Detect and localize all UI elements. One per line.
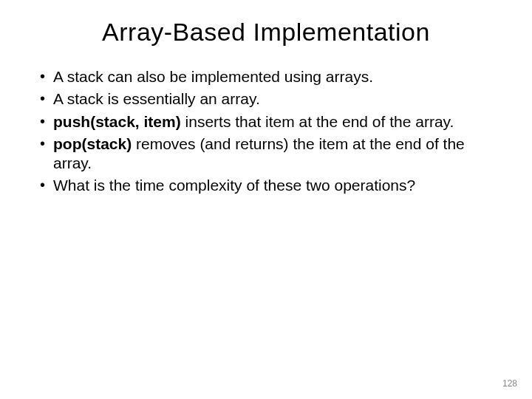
bullet-item: pop(stack) removes (and returns) the ite…	[37, 134, 495, 174]
bullet-text: What is the time complexity of these two…	[53, 177, 415, 194]
bullet-item: A stack is essentially an array.	[37, 89, 495, 109]
bullet-item: push(stack, item) inserts that item at t…	[37, 112, 495, 132]
bullet-bold: push(stack, item)	[53, 113, 181, 130]
bullet-text: A stack is essentially an array.	[53, 90, 260, 107]
bullet-item: What is the time complexity of these two…	[37, 176, 495, 195]
bullet-item: A stack can also be implemented using ar…	[37, 67, 495, 86]
bullet-text: A stack can also be implemented using ar…	[53, 68, 373, 85]
slide: Array-Based Implementation A stack can a…	[0, 0, 532, 399]
bullet-bold: pop(stack)	[53, 135, 132, 152]
bullet-list: A stack can also be implemented using ar…	[37, 67, 495, 196]
slide-title: Array-Based Implementation	[37, 18, 495, 47]
page-number: 128	[502, 378, 517, 389]
bullet-text: inserts that item at the end of the arra…	[181, 113, 454, 130]
